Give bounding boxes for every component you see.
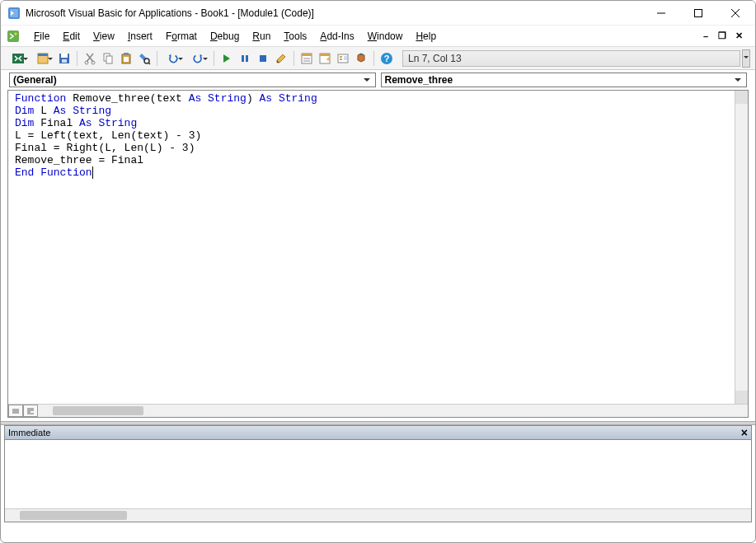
immediate-horizontal-scrollbar[interactable] xyxy=(5,508,751,522)
horizontal-scrollbar[interactable] xyxy=(38,405,748,417)
code-navigation-bar: (General) Remove_three xyxy=(1,70,755,90)
window-controls xyxy=(642,2,754,25)
maximize-button[interactable] xyxy=(679,2,716,25)
svg-point-7 xyxy=(15,32,17,35)
copy-button[interactable] xyxy=(99,49,117,68)
paste-button[interactable] xyxy=(117,49,135,68)
svg-rect-25 xyxy=(260,55,266,62)
svg-rect-23 xyxy=(242,55,244,62)
object-dropdown-value: (General) xyxy=(13,74,57,86)
svg-rect-35 xyxy=(344,56,347,60)
mdi-minimize-button[interactable]: – xyxy=(699,30,712,42)
app-icon xyxy=(7,7,21,20)
immediate-close-button[interactable]: × xyxy=(741,426,748,439)
svg-rect-27 xyxy=(302,54,312,56)
vba-icon xyxy=(6,29,21,44)
svg-rect-19 xyxy=(124,53,129,55)
run-button[interactable] xyxy=(218,49,236,68)
svg-line-22 xyxy=(148,63,150,64)
menu-addins[interactable]: Add-Ins xyxy=(313,28,360,44)
svg-text:?: ? xyxy=(384,54,390,63)
svg-rect-12 xyxy=(61,54,68,58)
immediate-window-header[interactable]: Immediate × xyxy=(4,425,752,440)
menu-help[interactable]: Help xyxy=(409,28,443,44)
immediate-text-area[interactable] xyxy=(5,440,751,508)
menu-bar: File Edit View Insert Format Debug Run T… xyxy=(1,26,755,47)
title-bar: Microsoft Visual Basic for Applications … xyxy=(1,1,755,26)
svg-rect-13 xyxy=(62,59,67,63)
menu-edit[interactable]: Edit xyxy=(56,28,87,44)
menu-view[interactable]: View xyxy=(87,28,121,44)
object-dropdown[interactable]: (General) xyxy=(9,73,376,87)
save-button[interactable] xyxy=(55,49,73,68)
toolbox-button[interactable] xyxy=(352,49,370,68)
menu-window[interactable]: Window xyxy=(361,28,410,44)
code-editor[interactable]: Function Remove_three(text As String) As… xyxy=(8,91,735,404)
design-mode-button[interactable] xyxy=(272,49,290,68)
svg-rect-24 xyxy=(246,55,248,62)
mdi-restore-button[interactable]: ❐ xyxy=(716,30,729,42)
insert-userform-button[interactable] xyxy=(31,49,55,68)
svg-rect-31 xyxy=(320,54,330,56)
code-window: Function Remove_three(text As String) As… xyxy=(7,90,749,418)
svg-rect-17 xyxy=(106,56,112,63)
svg-rect-3 xyxy=(694,9,702,16)
svg-rect-10 xyxy=(38,54,48,56)
vertical-scrollbar[interactable] xyxy=(735,91,748,404)
window-title: Microsoft Visual Basic for Applications … xyxy=(26,7,642,19)
break-button[interactable] xyxy=(236,49,254,68)
full-module-view-button[interactable] xyxy=(23,405,38,417)
find-button[interactable] xyxy=(135,49,153,68)
procedure-dropdown[interactable]: Remove_three xyxy=(381,73,748,87)
cursor-position: Ln 7, Col 13 xyxy=(402,50,740,67)
properties-button[interactable] xyxy=(316,49,334,68)
undo-button[interactable] xyxy=(161,49,185,68)
svg-rect-33 xyxy=(340,56,342,58)
menu-format[interactable]: Format xyxy=(159,28,204,44)
toolbar-overflow-button[interactable] xyxy=(742,49,750,68)
toolbar: ? Ln 7, Col 13 xyxy=(1,47,755,70)
immediate-window xyxy=(4,440,752,522)
menu-file[interactable]: File xyxy=(27,28,56,44)
minimize-button[interactable] xyxy=(642,2,679,25)
menu-insert[interactable]: Insert xyxy=(121,28,159,44)
redo-button[interactable] xyxy=(185,49,210,68)
immediate-window-title: Immediate xyxy=(8,428,50,438)
svg-rect-34 xyxy=(340,59,342,60)
menu-run[interactable]: Run xyxy=(246,28,277,44)
project-explorer-button[interactable] xyxy=(298,49,316,68)
close-button[interactable] xyxy=(716,2,754,25)
mdi-controls: – ❐ ✕ xyxy=(699,30,750,42)
reset-button[interactable] xyxy=(254,49,272,68)
menu-debug[interactable]: Debug xyxy=(204,28,246,44)
svg-rect-20 xyxy=(124,57,129,62)
mdi-close-button[interactable]: ✕ xyxy=(732,30,745,42)
object-browser-button[interactable] xyxy=(334,49,352,68)
procedure-view-button[interactable] xyxy=(8,405,23,417)
cut-button[interactable] xyxy=(81,49,99,68)
view-excel-button[interactable] xyxy=(6,49,31,68)
help-button[interactable]: ? xyxy=(378,49,396,68)
procedure-dropdown-value: Remove_three xyxy=(385,74,453,86)
menu-tools[interactable]: Tools xyxy=(277,28,313,44)
